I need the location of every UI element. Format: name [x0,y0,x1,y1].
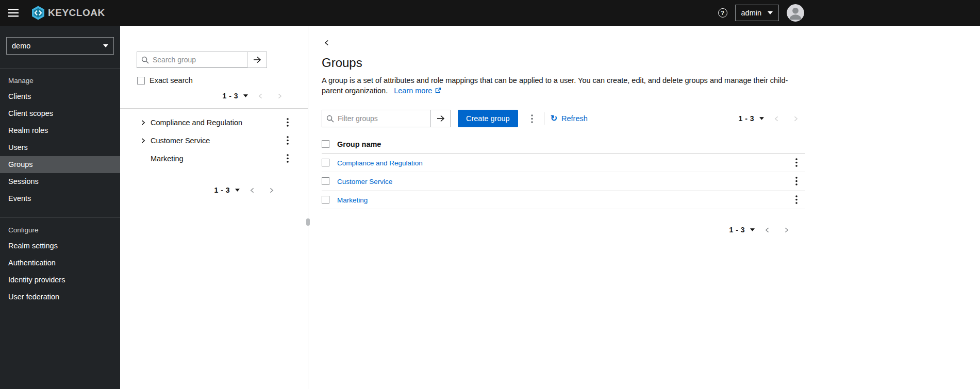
tree-pagination-next-button[interactable] [270,90,289,103]
group-link[interactable]: Compliance and Regulation [337,159,423,167]
row-kebab-button[interactable] [791,193,802,207]
row-checkbox[interactable] [322,177,329,185]
tree-pagination-bottom: 1 - 3 [120,181,281,199]
keycloak-brand[interactable]: KEYCLOAK [30,5,105,21]
group-search-submit-button[interactable] [247,52,267,68]
select-all-checkbox[interactable] [322,140,329,148]
tree-pagination-menu-button[interactable]: 1 - 3 [219,90,251,102]
page-title: Groups [322,56,980,70]
refresh-label: Refresh [561,114,588,123]
row-kebab-button[interactable] [791,156,802,170]
pagination-range: 1 - 3 [214,186,230,194]
sidebar-item-realm-settings[interactable]: Realm settings [0,238,120,255]
tree-pagination-prev-button[interactable] [251,90,270,103]
keycloak-admin-console: KEYCLOAK ? admin demo Manage Cl [0,0,980,389]
group-search [137,52,308,68]
tree-expand-toggle[interactable] [137,134,149,147]
tree-pagination-prev-button[interactable] [243,184,262,197]
tree-item-label[interactable]: Marketing [151,155,282,163]
group-link[interactable]: Customer Service [337,178,392,185]
angle-right-icon [784,227,789,233]
exact-search-checkbox[interactable] [137,77,145,84]
sidebar-item-client-scopes[interactable]: Client scopes [0,105,120,122]
toolbar-kebab-button[interactable] [526,112,538,126]
angle-right-icon [793,115,799,122]
filter-groups-submit-button[interactable] [431,110,451,127]
sidebar-item-events[interactable]: Events [0,190,120,207]
sidebar-item-identity-providers[interactable]: Identity providers [0,272,120,289]
exact-search-label: Exact search [150,76,193,84]
tree-expand-toggle[interactable] [137,116,149,129]
header-checkbox-cell [322,140,337,148]
search-icon [141,56,149,64]
table-pagination-next-button[interactable] [786,112,805,125]
user-menu-button[interactable]: admin [735,5,779,21]
panel-splitter[interactable] [308,26,308,389]
table-pagination-prev-button[interactable] [767,112,786,125]
chevron-right-icon [140,138,146,144]
groups-tree: Compliance and Regulation Customer Servi… [120,109,308,167]
row-checkbox[interactable] [322,159,329,166]
table-pagination-menu-button[interactable]: 1 - 3 [735,112,767,125]
tree-item-label[interactable]: Customer Service [151,137,282,145]
sidebar-item-groups[interactable]: Groups [0,156,120,173]
kebab-icon [795,177,798,185]
sidebar-item-realm-roles[interactable]: Realm roles [0,122,120,139]
splitter-handle-icon [306,218,310,226]
table-pagination-menu-button[interactable]: 1 - 3 [726,224,758,236]
create-group-button[interactable]: Create group [458,110,518,127]
sidebar-item-sessions[interactable]: Sessions [0,173,120,190]
tree-pagination-menu-button[interactable]: 1 - 3 [211,184,243,196]
nav-section-title-manage: Manage [0,69,120,88]
avatar[interactable] [787,4,804,22]
table-header-row: Group name [322,135,805,154]
refresh-button[interactable]: ↻ Refresh [551,114,588,123]
realm-selector-dropdown[interactable]: demo [6,37,114,55]
sidebar-item-user-federation[interactable]: User federation [0,289,120,306]
chevron-down-icon [243,94,248,97]
arrow-right-icon [253,56,261,63]
sidebar-item-clients[interactable]: Clients [0,88,120,105]
tree-item-kebab-button[interactable] [282,133,293,147]
row-actions-cell [783,156,805,170]
angle-left-icon [258,93,263,99]
group-search-box [137,52,247,68]
table-pagination-prev-button[interactable] [758,224,777,236]
manage-nav-list: Clients Client scopes Realm roles Users … [0,88,120,207]
sidebar-item-users[interactable]: Users [0,139,120,156]
angle-right-icon [269,187,274,194]
angle-left-icon [765,227,770,233]
group-link[interactable]: Marketing [337,196,368,204]
row-kebab-button[interactable] [791,174,802,188]
description-text: A group is a set of attributes and role … [322,76,788,95]
chevron-down-icon [750,228,755,231]
groups-tree-panel: Exact search 1 - 3 Compliance and Regula… [120,26,308,389]
row-checkbox-cell [322,159,337,166]
filter-groups-input[interactable] [338,110,430,127]
help-button[interactable]: ? [718,8,727,18]
collapse-panel-button[interactable] [322,38,332,47]
chevron-down-icon [103,44,108,47]
nav-section-configure: Configure Realm settings Authentication … [0,217,120,306]
row-actions-cell [783,174,805,188]
group-name-column-header: Group name [337,140,783,148]
group-search-input[interactable] [153,52,247,67]
tree-item-label[interactable]: Compliance and Regulation [151,119,282,127]
configure-nav-list: Realm settings Authentication Identity p… [0,238,120,306]
sidebar-item-authentication[interactable]: Authentication [0,255,120,272]
tree-item-kebab-button[interactable] [282,115,293,129]
table-row: Marketing [322,191,805,209]
row-checkbox[interactable] [322,196,329,204]
arrow-right-icon [437,115,445,122]
angle-left-icon [774,115,779,122]
pagination-range: 1 - 3 [729,226,745,234]
tree-item-kebab-button[interactable] [282,151,293,165]
table-pagination-next-button[interactable] [777,224,796,236]
external-link-icon [435,87,441,94]
filter-groups [322,110,451,127]
user-menu-label: admin [741,9,762,17]
avatar-icon [787,4,804,22]
tree-pagination-next-button[interactable] [262,184,281,197]
nav-toggle-button[interactable] [0,0,27,26]
learn-more-link[interactable]: Learn more [394,87,441,95]
